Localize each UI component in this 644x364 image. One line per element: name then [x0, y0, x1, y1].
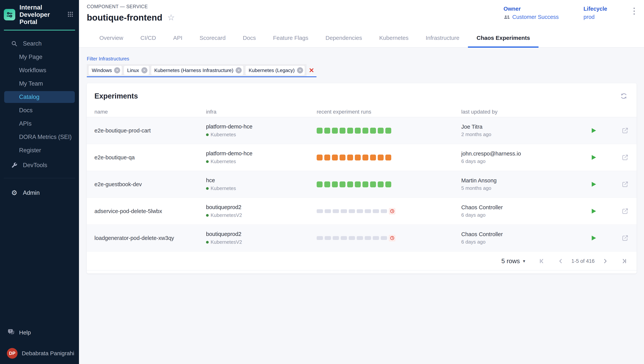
next-page-icon[interactable] [601, 257, 609, 265]
tab-feature-flags[interactable]: Feature Flags [264, 28, 317, 47]
sidebar-item-help[interactable]: ? Help [0, 326, 79, 339]
tab-api[interactable]: API [165, 28, 191, 47]
filter-chips[interactable]: Windows ✕ Linux ✕ Kubernetes (Harness In… [87, 64, 306, 76]
run-square-passed[interactable] [347, 128, 353, 134]
run-experiment-play-icon[interactable] [589, 180, 597, 188]
run-square-failed[interactable] [378, 154, 384, 160]
chip-remove-icon[interactable]: ✕ [236, 67, 242, 73]
run-square-failed[interactable] [332, 154, 338, 160]
run-experiment-play-icon[interactable] [589, 207, 597, 215]
run-square-pending[interactable] [349, 236, 355, 240]
run-square-passed[interactable] [317, 128, 323, 134]
run-square-passed[interactable] [355, 128, 361, 134]
run-square-passed[interactable] [363, 128, 368, 134]
run-square-passed[interactable] [340, 182, 346, 187]
chip-remove-icon[interactable]: ✕ [297, 67, 303, 73]
run-square-failed[interactable] [370, 154, 376, 160]
apps-grid-icon[interactable] [66, 10, 75, 20]
sidebar-item-apis[interactable]: APIs [0, 117, 79, 130]
run-square-passed[interactable] [332, 128, 338, 134]
tab-docs[interactable]: Docs [234, 28, 264, 47]
run-square-pending[interactable] [317, 236, 323, 240]
chip-remove-icon[interactable]: ✕ [114, 67, 120, 73]
run-experiment-play-icon[interactable] [589, 234, 597, 242]
tab-chaos-experiments[interactable]: Chaos Experiments [468, 28, 538, 47]
clear-filters-icon[interactable]: ✕ [306, 64, 316, 76]
more-options-kebab-icon[interactable] [632, 6, 636, 16]
open-experiment-icon[interactable] [621, 126, 629, 135]
rows-per-page-select[interactable]: 5 rows ▾ [501, 258, 525, 265]
run-square-pending[interactable] [325, 209, 331, 213]
run-square-passed[interactable] [370, 182, 376, 187]
run-square-failed[interactable] [340, 154, 346, 160]
run-square-pending[interactable] [365, 209, 371, 213]
run-square-passed[interactable] [324, 182, 330, 187]
sidebar-item-catalog[interactable]: Catalog [4, 91, 75, 103]
run-square-passed[interactable] [370, 128, 376, 134]
run-square-pending[interactable] [381, 236, 387, 240]
run-square-pending[interactable] [365, 236, 371, 240]
run-square-pending[interactable] [357, 236, 363, 240]
run-square-pending[interactable] [381, 209, 387, 213]
tab-scorecard[interactable]: Scorecard [191, 28, 234, 47]
sidebar-item-dora-metrics[interactable]: DORA Metrics (SEI) [0, 130, 79, 144]
run-square-passed[interactable] [385, 182, 391, 187]
sidebar-item-my-team[interactable]: My Team [0, 77, 79, 90]
sidebar-item-docs[interactable]: Docs [0, 104, 79, 117]
sidebar-item-my-page[interactable]: My Page [0, 50, 79, 64]
open-experiment-icon[interactable] [621, 153, 629, 162]
run-square-pending[interactable] [341, 236, 347, 240]
infrastructure-filter-input[interactable]: Windows ✕ Linux ✕ Kubernetes (Harness In… [87, 64, 316, 77]
run-square-passed[interactable] [340, 128, 346, 134]
run-square-passed[interactable] [332, 182, 338, 187]
run-square-pending[interactable] [349, 209, 355, 213]
run-square-pending[interactable] [373, 209, 379, 213]
run-square-pending[interactable] [373, 236, 379, 240]
run-square-pending[interactable] [333, 236, 339, 240]
owner-link[interactable]: Customer Success [512, 14, 559, 20]
open-experiment-icon[interactable] [621, 207, 629, 216]
run-square-passed[interactable] [347, 182, 353, 187]
tab-kubernetes[interactable]: Kubernetes [371, 28, 417, 47]
scheduled-clock-icon[interactable] [389, 208, 396, 214]
prev-page-icon[interactable] [556, 257, 565, 265]
tab-cicd[interactable]: CI/CD [132, 28, 165, 47]
sidebar-item-workflows[interactable]: Workflows [0, 64, 79, 77]
run-square-pending[interactable] [341, 209, 347, 213]
sidebar-item-search[interactable]: Search [0, 37, 79, 50]
run-square-failed[interactable] [317, 154, 323, 160]
run-square-pending[interactable] [357, 209, 363, 213]
run-square-failed[interactable] [355, 154, 361, 160]
run-square-pending[interactable] [333, 209, 339, 213]
open-experiment-icon[interactable] [621, 180, 629, 189]
run-square-pending[interactable] [317, 209, 323, 213]
chip-remove-icon[interactable]: ✕ [141, 67, 147, 73]
run-experiment-play-icon[interactable] [589, 154, 597, 162]
run-square-passed[interactable] [378, 128, 384, 134]
run-square-failed[interactable] [363, 154, 368, 160]
run-experiment-play-icon[interactable] [589, 126, 597, 134]
first-page-icon[interactable] [537, 257, 546, 265]
run-square-pending[interactable] [325, 236, 331, 240]
scheduled-clock-icon[interactable] [389, 235, 396, 242]
tab-infrastructure[interactable]: Infrastructure [417, 28, 468, 47]
run-square-failed[interactable] [324, 154, 330, 160]
filter-infrastructures-label[interactable]: Filter Infrastructures [87, 56, 636, 62]
run-square-passed[interactable] [324, 128, 330, 134]
last-page-icon[interactable] [620, 257, 628, 265]
run-square-passed[interactable] [317, 182, 323, 187]
tab-overview[interactable]: Overview [91, 28, 132, 47]
favorite-star-icon[interactable]: ☆ [167, 13, 175, 22]
sidebar-item-devtools[interactable]: DevTools [0, 158, 79, 172]
run-square-passed[interactable] [378, 182, 384, 187]
open-experiment-icon[interactable] [621, 234, 629, 242]
run-square-passed[interactable] [355, 182, 361, 187]
run-square-failed[interactable] [385, 154, 391, 160]
refresh-icon[interactable] [619, 91, 628, 101]
sidebar-item-admin[interactable]: ⚙ Admin [0, 186, 79, 200]
sidebar-item-register[interactable]: Register [0, 144, 79, 157]
run-square-passed[interactable] [385, 128, 391, 134]
tab-dependencies[interactable]: Dependencies [317, 28, 371, 47]
run-square-passed[interactable] [363, 182, 368, 187]
user-menu[interactable]: DP Debabrata Panigrahi [0, 346, 79, 361]
